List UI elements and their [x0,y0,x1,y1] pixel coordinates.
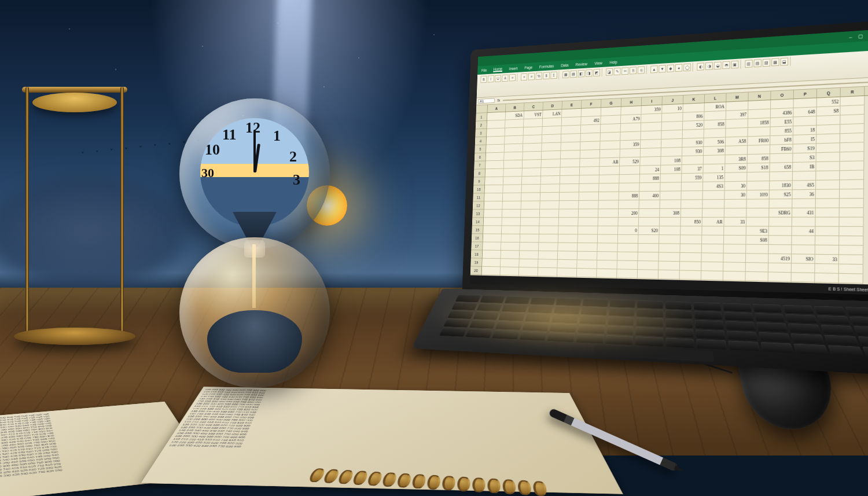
cell[interactable] [600,149,620,159]
cell[interactable] [559,210,579,218]
cell[interactable]: 33 [815,255,839,264]
ribbon-button[interactable]: ◑ [705,62,713,70]
cell[interactable] [770,172,793,181]
cell[interactable] [769,218,792,227]
cell[interactable] [680,253,702,262]
cell[interactable] [840,218,864,227]
cell[interactable]: 308 [660,209,681,218]
cell[interactable] [522,177,541,185]
cell[interactable] [538,259,558,268]
cell[interactable] [815,245,839,255]
ribbon-button[interactable]: ▧ [753,59,761,67]
ribbon-button[interactable]: Σ [550,72,557,79]
row-header[interactable]: 10 [473,185,484,193]
cell[interactable] [505,127,524,136]
cell[interactable] [747,181,770,190]
cell[interactable] [840,142,865,152]
cell[interactable] [703,200,724,209]
cell[interactable]: 135 [703,173,725,182]
cell[interactable]: 648 [793,107,816,117]
cell[interactable] [723,253,746,263]
cell[interactable] [483,226,502,234]
cell[interactable]: 850 [681,218,703,226]
ribbon-button[interactable]: ▦ [562,71,569,78]
cell[interactable] [559,201,579,210]
cell[interactable] [840,171,864,181]
ribbon-button[interactable]: ▣ [731,61,738,69]
cell[interactable] [486,153,504,161]
cell[interactable] [598,226,618,235]
cell[interactable] [746,253,768,263]
cell[interactable] [487,112,506,121]
ribbon-button[interactable]: ● [675,64,683,72]
ribbon-button[interactable]: U [495,75,501,82]
cell[interactable] [560,167,580,176]
cell[interactable] [540,193,560,201]
cell[interactable]: S20 [638,226,659,235]
ribbon-button[interactable]: ⎘ [630,67,637,74]
cell[interactable] [505,144,524,153]
cell[interactable] [521,201,540,209]
cell[interactable] [522,168,541,177]
cell[interactable] [641,113,662,123]
ribbon-button[interactable]: ▲ [650,65,658,73]
row-header[interactable]: 3 [475,129,486,138]
ribbon-tab-help[interactable]: Help [610,60,617,64]
cell[interactable] [558,243,578,252]
cell[interactable] [660,182,682,192]
cell[interactable] [840,189,864,199]
cell[interactable] [680,244,702,253]
cell[interactable] [519,267,538,276]
cell[interactable] [502,210,521,218]
cell[interactable] [539,234,558,243]
cell[interactable] [724,226,746,236]
cell[interactable]: 658 [770,163,793,172]
column-header[interactable]: J [663,95,684,105]
ribbon-button[interactable]: ◩ [593,69,600,76]
row-header[interactable]: 18 [471,250,482,258]
cell[interactable] [746,199,769,208]
ribbon-tab-home[interactable]: Home [493,67,502,72]
cell[interactable] [747,172,770,181]
cell[interactable] [748,127,770,137]
cell[interactable] [769,227,792,236]
cell[interactable]: 858 [704,120,726,130]
cell[interactable] [839,227,863,236]
cell[interactable] [618,218,639,226]
cell[interactable] [501,243,520,251]
ribbon-button[interactable]: ▩ [771,58,779,66]
cell[interactable] [504,160,523,169]
cell[interactable] [641,131,661,140]
cell[interactable]: AB [599,158,620,167]
ribbon-button[interactable]: ◪ [606,68,613,76]
cell[interactable] [816,171,840,181]
cell[interactable] [619,183,640,192]
cell[interactable]: 4S5 [793,181,816,190]
cell[interactable]: 33 [724,218,746,227]
cell[interactable]: 930 [682,147,704,156]
ribbon-tab-insert[interactable]: Insert [509,66,518,70]
cell[interactable] [724,236,746,245]
cell[interactable] [638,261,659,270]
cell[interactable] [840,105,865,116]
cell[interactable] [617,260,638,270]
cell[interactable] [484,210,502,218]
cell[interactable] [579,201,599,210]
cell[interactable]: SIO [792,254,815,264]
row-header[interactable]: 12 [473,201,484,210]
cell[interactable] [792,218,816,227]
cell[interactable] [503,168,523,177]
cell[interactable] [582,108,601,117]
cell[interactable] [619,174,640,183]
cell[interactable] [701,271,723,280]
cell[interactable] [521,185,540,193]
cell[interactable] [539,243,558,251]
cell[interactable] [560,192,579,201]
column-header[interactable]: B [506,103,524,112]
cell[interactable] [578,218,598,226]
cell[interactable] [701,262,723,271]
cell[interactable] [560,175,580,184]
cell[interactable]: 359 [641,105,662,115]
cell[interactable] [579,209,599,218]
ribbon-button[interactable]: ✂ [621,67,628,75]
